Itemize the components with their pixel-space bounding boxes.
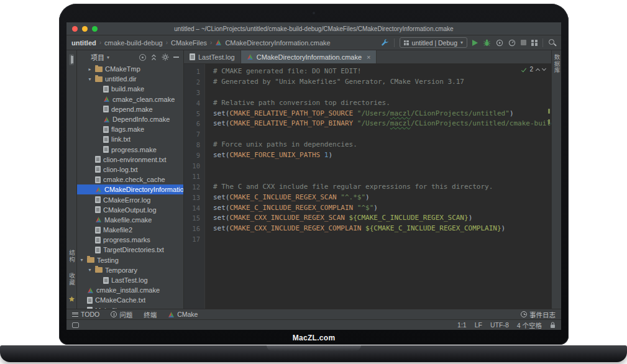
code-line[interactable]: set(CMAKE_FORCE_UNIX_PATHS 1) xyxy=(213,150,551,161)
locate-icon[interactable] xyxy=(139,54,146,61)
code-line[interactable]: # Relative path conversion top directori… xyxy=(213,98,551,109)
tree-item[interactable]: cmake_clean.cmake xyxy=(77,94,183,104)
chevron-down-icon[interactable]: ▾ xyxy=(107,55,109,60)
breadcrumb-file[interactable]: CMakeDirectoryInformation.cmake xyxy=(225,39,330,47)
code-line[interactable] xyxy=(213,129,551,140)
tree-item[interactable]: CMakeError.log xyxy=(77,194,183,204)
tool-windows-icon[interactable] xyxy=(531,40,538,46)
event-log-button[interactable]: 事件日志 xyxy=(521,310,556,319)
minimize-window-button[interactable] xyxy=(82,26,88,32)
profiler-button[interactable] xyxy=(508,39,516,47)
code-line[interactable] xyxy=(213,88,551,98)
breadcrumb-dir[interactable]: CMakeFiles xyxy=(171,39,207,47)
tree-item[interactable]: CMakeCache.txt xyxy=(77,295,183,305)
terminal-tool-button[interactable]: 终端 xyxy=(144,310,157,319)
chevron-open-icon[interactable]: ▾ xyxy=(87,267,93,273)
editor-gutter: 1234567891011121314151617 xyxy=(184,64,205,309)
chevron-open-icon[interactable]: ▾ xyxy=(87,76,93,82)
tree-item[interactable]: depend.make xyxy=(77,104,183,114)
tool-window-switcher-icon[interactable] xyxy=(72,322,79,328)
project-tool-button[interactable] xyxy=(69,54,74,65)
search-everywhere-button[interactable] xyxy=(548,39,556,47)
breadcrumb-dir[interactable]: cmake-build-debug xyxy=(104,39,163,47)
chevron-open-icon[interactable]: ▾ xyxy=(79,257,85,263)
tree-item[interactable]: CMakeOutput.log xyxy=(77,205,183,215)
tab-lasttest-log[interactable]: LastTest.log xyxy=(184,50,241,63)
next-problem-icon[interactable] xyxy=(542,66,546,71)
tree-item[interactable]: ▸CMakeTmp xyxy=(77,64,183,74)
settings-gear-icon[interactable] xyxy=(162,53,169,61)
tree-item-label: Testing xyxy=(97,257,119,264)
run-config-select[interactable]: untitled | Debug ▾ xyxy=(400,37,467,48)
chevron-closed-icon[interactable]: ▸ xyxy=(87,66,93,72)
favorites-tool-button[interactable]: 收藏 xyxy=(67,273,76,286)
tree-item-label: Temporary xyxy=(105,266,137,274)
debug-button[interactable] xyxy=(483,39,491,47)
error-stripe-mark[interactable] xyxy=(548,119,550,124)
tree-item[interactable]: ▾Testing xyxy=(77,255,183,265)
code-line[interactable]: # The C and CXX include file regular exp… xyxy=(213,182,551,193)
project-panel-title[interactable]: 项目 xyxy=(91,52,104,62)
code-line[interactable]: set(CMAKE_RELATIVE_PATH_TOP_SOURCE "/Use… xyxy=(213,109,551,119)
code-line[interactable] xyxy=(213,161,551,171)
code-line[interactable]: set(CMAKE_CXX_INCLUDE_REGEX_SCAN ${CMAKE… xyxy=(213,213,551,224)
tree-item[interactable]: ▾Temporary xyxy=(77,265,183,275)
problems-tool-button[interactable]: 问题 xyxy=(111,310,132,319)
error-stripe-mark[interactable] xyxy=(548,109,550,114)
code-line[interactable] xyxy=(213,234,551,245)
breadcrumb-project[interactable]: untitled xyxy=(71,39,96,47)
tree-item[interactable]: cmake_install.cmake xyxy=(77,285,183,295)
tab-cmakedirectoryinformation[interactable]: CMakeDirectoryInformation.cmake × xyxy=(241,50,377,63)
collapse-all-icon[interactable] xyxy=(150,54,157,61)
tree-item[interactable]: Makefile.cmake xyxy=(77,215,183,225)
close-tab-icon[interactable]: × xyxy=(367,53,370,61)
project-tree[interactable]: ▸CMakeTmp▾untitled.dirbuild.makecmake_cl… xyxy=(77,64,183,309)
stop-button[interactable] xyxy=(521,40,526,45)
cmake-tool-button[interactable]: CMake xyxy=(168,311,198,318)
run-button[interactable] xyxy=(472,40,478,46)
code-line[interactable]: # Generated by "Unix Makefiles" Generato… xyxy=(213,77,551,88)
tree-item[interactable]: link.txt xyxy=(77,134,183,144)
hide-panel-icon[interactable] xyxy=(173,57,179,58)
tree-item[interactable]: build.make xyxy=(77,84,183,94)
tree-item[interactable]: TargetDirectories.txt xyxy=(77,245,183,255)
coverage-button[interactable] xyxy=(496,39,503,47)
text-file-icon xyxy=(95,166,101,173)
tree-item-label: cmake.check_cache xyxy=(103,176,165,183)
wrench-icon[interactable] xyxy=(381,39,389,47)
tree-item[interactable]: flags.make xyxy=(77,124,183,134)
zoom-window-button[interactable] xyxy=(92,26,98,32)
code-line[interactable]: set(CMAKE_CXX_INCLUDE_REGEX_COMPLAIN ${C… xyxy=(213,224,551,234)
code-line[interactable]: set(CMAKE_C_INCLUDE_REGEX_COMPLAIN "^$") xyxy=(213,203,551,214)
webcam-dot xyxy=(313,12,315,14)
code-area[interactable]: # CMAKE generated file: DO NOT EDIT!# Ge… xyxy=(205,64,551,309)
close-window-button[interactable] xyxy=(72,26,78,32)
tree-item[interactable]: ▾untitled.dir xyxy=(77,74,183,84)
lock-icon[interactable] xyxy=(550,322,556,329)
code-line[interactable]: set(CMAKE_RELATIVE_PATH_TOP_BINARY "/Use… xyxy=(213,119,551,129)
tree-item[interactable]: clion-log.txt xyxy=(77,165,183,175)
line-ending[interactable]: LF xyxy=(475,321,482,329)
tree-item[interactable]: cmake.check_cache xyxy=(77,175,183,184)
database-tool-button[interactable]: 数据库 xyxy=(552,54,561,74)
tree-item[interactable]: CMakeDirectoryInformation.cmake xyxy=(77,184,183,194)
tree-item[interactable]: progress.marks xyxy=(77,235,183,245)
tree-item[interactable]: clion-environment.txt xyxy=(77,155,183,165)
file-encoding[interactable]: UTF-8 xyxy=(490,321,509,329)
code-line[interactable] xyxy=(213,171,551,182)
code-line[interactable]: # Force unix paths in dependencies. xyxy=(213,140,551,150)
inspection-widget[interactable]: 2 xyxy=(521,66,546,73)
tree-item[interactable]: Makefile2 xyxy=(77,225,183,235)
code-line[interactable]: # CMAKE generated file: DO NOT EDIT! xyxy=(213,66,551,77)
tree-item[interactable]: LastTest.log xyxy=(77,275,183,285)
tree-item[interactable]: progress.make xyxy=(77,145,183,155)
breadcrumb-separator: › xyxy=(166,39,168,46)
prev-problem-icon[interactable] xyxy=(536,68,540,72)
code-line[interactable]: set(CMAKE_C_INCLUDE_REGEX_SCAN "^.*$") xyxy=(213,193,551,203)
structure-tool-button[interactable]: 结构 xyxy=(67,250,76,263)
indent-setting[interactable]: 4 个空格 xyxy=(517,321,542,330)
star-icon[interactable] xyxy=(68,296,75,303)
todo-tool-button[interactable]: TODO xyxy=(72,311,99,318)
caret-position[interactable]: 1:1 xyxy=(457,321,467,329)
tree-item[interactable]: DependInfo.cmake xyxy=(77,114,183,124)
